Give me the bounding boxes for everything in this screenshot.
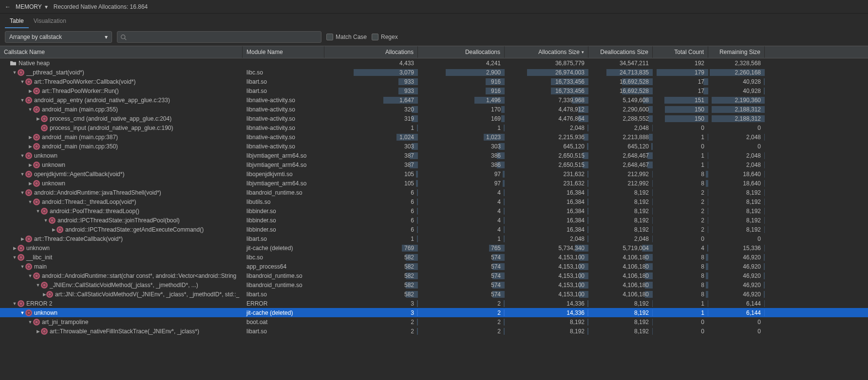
table-row[interactable]: ▶android_main (main.cpp:387)libnative-ac… xyxy=(0,132,868,142)
table-row[interactable]: ▶android::IPCThreadState::getAndExecuteC… xyxy=(0,225,868,234)
chevron-down-icon[interactable]: ▾ xyxy=(45,3,48,10)
collapse-icon[interactable]: ▼ xyxy=(19,264,25,269)
section-label[interactable]: MEMORY xyxy=(16,3,42,10)
collapse-icon[interactable]: ▼ xyxy=(19,190,25,195)
table-row[interactable]: ▼android::Thread::_threadLoop(void*)libu… xyxy=(0,197,868,206)
module-cell: libjvmtiagent_arm64.so xyxy=(243,162,324,168)
collapse-icon[interactable]: ▼ xyxy=(27,320,33,325)
tcount-cell: 8 xyxy=(653,171,708,178)
dsize-cell: 2,048 xyxy=(588,235,653,242)
tab-visualization[interactable]: Visualization xyxy=(29,15,71,28)
table-row[interactable]: ▼android_app_entry (android_native_app_g… xyxy=(0,95,868,105)
collapse-icon[interactable]: ▼ xyxy=(12,70,18,75)
dealloc-cell: 574 xyxy=(418,291,505,298)
expand-icon[interactable]: ▶ xyxy=(27,181,33,186)
collapse-icon[interactable]: ▼ xyxy=(19,310,25,315)
expand-icon[interactable]: ▶ xyxy=(27,144,33,149)
table-row[interactable]: ▼__libc_initlibc.so5825744,153,1004,106,… xyxy=(0,253,868,262)
table-row[interactable]: ▶process_cmd (android_native_app_glue.c:… xyxy=(0,114,868,123)
expand-icon[interactable]: ▶ xyxy=(27,89,33,93)
expand-icon[interactable]: ▶ xyxy=(19,236,25,241)
collapse-icon[interactable]: ▼ xyxy=(12,255,18,260)
column-rsize[interactable]: Remaining Size xyxy=(708,46,765,58)
expand-icon[interactable]: ▶ xyxy=(27,135,33,140)
asize-cell: 16,384 xyxy=(505,217,588,224)
dealloc-cell: 916 xyxy=(418,88,505,94)
table-row[interactable]: ▶unknownlibjvmtiagent_arm64.so3873862,65… xyxy=(0,160,868,169)
dsize-cell: 8,192 xyxy=(588,226,653,233)
dsize-cell: 212,992 xyxy=(588,171,653,178)
expand-icon[interactable]: ▶ xyxy=(27,163,33,167)
column-asize[interactable]: Allocations Size xyxy=(505,46,588,58)
search-input-wrap[interactable] xyxy=(117,31,321,43)
tab-table[interactable]: Table xyxy=(5,15,29,28)
collapse-icon[interactable]: ▼ xyxy=(27,273,33,278)
dealloc-cell: 4 xyxy=(418,217,505,224)
column-alloc[interactable]: Allocations xyxy=(324,46,418,58)
table-row[interactable]: ▼android::PoolThread::threadLoop()libbin… xyxy=(0,206,868,216)
rsize-cell: 2,190,360 xyxy=(708,97,765,104)
expand-icon[interactable]: ▶ xyxy=(51,227,57,232)
table-row[interactable]: ▼android::IPCThreadState::joinThreadPool… xyxy=(0,216,868,225)
table-row[interactable]: ▼unknownlibjvmtiagent_arm64.so3873862,65… xyxy=(0,151,868,160)
table-row[interactable]: ▼openjdkjvmti::AgentCallback(void*)libop… xyxy=(0,169,868,179)
dealloc-cell: 574 xyxy=(418,263,505,270)
table-row[interactable]: Native heap4,4334,24136,875,77934,547,21… xyxy=(0,58,868,68)
alloc-cell: 320 xyxy=(324,106,418,113)
table-row[interactable]: ▼art_jni_trampolineboot.oat228,1928,1920… xyxy=(0,317,868,326)
table-row[interactable]: ▶art::ThreadPoolWorker::Run()libart.so93… xyxy=(0,86,868,95)
dealloc-cell: 4 xyxy=(418,208,505,215)
collapse-icon[interactable]: ▼ xyxy=(27,107,33,112)
table-row[interactable]: ▼android_main (main.cpp:355)libnative-ac… xyxy=(0,105,868,114)
collapse-icon[interactable]: ▼ xyxy=(27,199,33,204)
asize-cell: 16,733,456 xyxy=(505,78,588,85)
callstack-name: __libc_init xyxy=(26,254,52,261)
table-row[interactable]: ▼unknownjit-cache (deleted)3214,3368,192… xyxy=(0,308,868,317)
table-row[interactable]: ▼_JNIEnv::CallStaticVoidMethod(_jclass*,… xyxy=(0,280,868,290)
expand-icon[interactable]: ▶ xyxy=(35,329,41,334)
collapse-icon[interactable]: ▼ xyxy=(43,218,49,223)
table-row[interactable]: ▼ERROR 2ERROR3214,3368,19216,144 xyxy=(0,299,868,308)
table-row[interactable]: ▼__pthread_start(void*)libc.so3,0792,900… xyxy=(0,68,868,77)
search-input[interactable] xyxy=(129,34,318,40)
collapse-icon[interactable]: ▼ xyxy=(19,79,25,84)
module-cell: libnative-activity.so xyxy=(243,143,324,150)
back-button[interactable]: ← xyxy=(5,3,11,10)
table-row[interactable]: ▶art::Throwable_nativeFillInStackTrace(_… xyxy=(0,326,868,336)
callstack-name-cell: ▶android_main (main.cpp:350) xyxy=(0,143,243,150)
table-row[interactable]: ▼android::AndroidRuntime::javaThreadShel… xyxy=(0,188,868,197)
table-row[interactable]: ▶unknownjit-cache (deleted)7697655,734,3… xyxy=(0,243,868,253)
collapse-icon[interactable]: ▼ xyxy=(12,301,18,306)
column-module[interactable]: Module Name xyxy=(243,46,324,58)
table-row[interactable]: ▼art::ThreadPoolWorker::Callback(void*)l… xyxy=(0,77,868,86)
tcount-cell: 17 xyxy=(653,88,708,94)
module-cell: libart.so xyxy=(243,291,324,298)
collapse-icon[interactable]: ▼ xyxy=(35,209,41,214)
expand-icon[interactable]: ▶ xyxy=(43,292,46,297)
column-tcount[interactable]: Total Count xyxy=(653,46,708,58)
match-case-checkbox[interactable]: Match Case xyxy=(326,34,367,40)
rsize-cell: 46,920 xyxy=(708,291,765,298)
column-name[interactable]: Callstack Name xyxy=(0,46,243,58)
table-row[interactable]: ▶unknownlibjvmtiagent_arm64.so10597231,6… xyxy=(0,179,868,188)
expand-icon[interactable]: ▶ xyxy=(35,116,41,121)
regex-checkbox[interactable]: Regex xyxy=(372,34,398,40)
table-row[interactable]: ▶art::Thread::CreateCallback(void*)libar… xyxy=(0,234,868,243)
expand-icon[interactable]: ▶ xyxy=(12,246,18,251)
table-row[interactable]: ▶art::JNI::CallStaticVoidMethodV(_JNIEnv… xyxy=(0,290,868,299)
dealloc-cell: 1,023 xyxy=(418,134,505,141)
column-dealloc[interactable]: Deallocations xyxy=(418,46,505,58)
column-dsize[interactable]: Deallocations Size xyxy=(588,46,653,58)
collapse-icon[interactable]: ▼ xyxy=(19,98,25,103)
table-row[interactable]: ▼android::AndroidRuntime::start(char con… xyxy=(0,271,868,280)
table-row[interactable]: ▶android_main (main.cpp:350)libnative-ac… xyxy=(0,142,868,151)
rsize-cell: 0 xyxy=(708,143,765,150)
collapse-icon[interactable]: ▼ xyxy=(35,283,41,288)
table-row[interactable]: ▼mainapp_process645825744,153,1004,106,1… xyxy=(0,262,868,271)
collapse-icon[interactable]: ▼ xyxy=(19,172,25,177)
tcount-cell: 0 xyxy=(653,235,708,242)
table-row[interactable]: process_input (android_native_app_glue.c… xyxy=(0,123,868,132)
arrange-select[interactable]: Arrange by callstack ▾ xyxy=(5,31,112,43)
module-cell: libandroid_runtime.so xyxy=(243,282,324,289)
collapse-icon[interactable]: ▼ xyxy=(19,153,25,158)
